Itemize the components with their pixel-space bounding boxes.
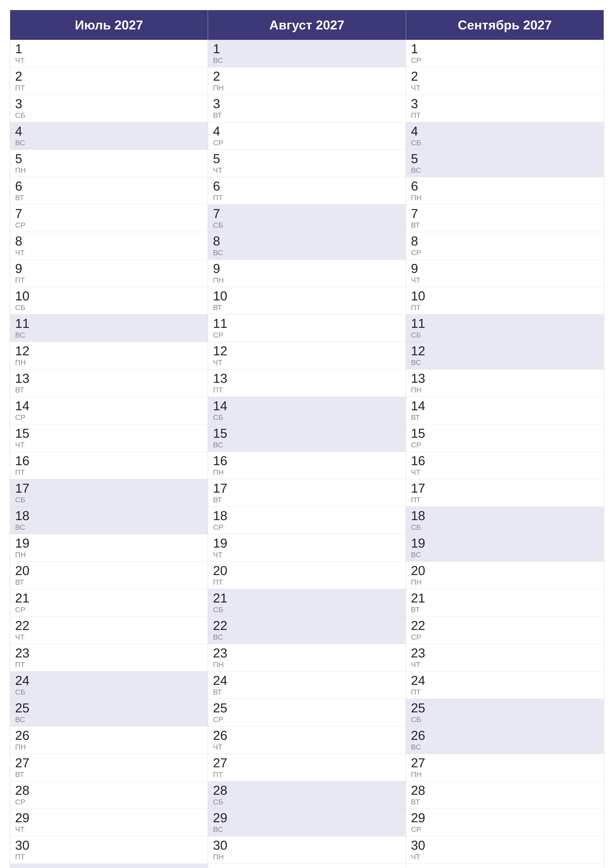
day-row: 26ПН [10,727,208,754]
day-info: 31СБ [15,866,30,868]
day-name: ВТ [213,111,222,119]
day-row: 1ЧТ [10,40,208,67]
days-column-august: 1ВС2ПН3ВТ4СР5ЧТ6ПТ7СБ8ВС9ПН10ВТ11СР12ЧТ1… [208,40,406,868]
day-number: 28 [213,784,227,797]
day-name: ПН [411,770,422,779]
day-name: ЧТ [15,633,25,641]
day-row: 23ПТ [10,644,208,671]
day-number: 30 [213,839,227,852]
day-name: ЧТ [15,825,25,834]
day-number: 19 [213,537,227,550]
month-header-august: Август 2027 [208,10,406,40]
day-info: 16ЧТ [411,454,425,477]
day-number: 22 [213,619,227,632]
days-column-july: 1ЧТ2ПТ3СБ4ВС5ПН6ВТ7СР8ЧТ9ПТ10СБ11ВС12ПН1… [10,40,208,868]
day-name: ВС [15,523,25,532]
day-number: 26 [15,729,30,742]
day-number: 6 [411,180,418,192]
day-info: 17СБ [15,482,30,504]
day-name: СБ [411,715,421,724]
day-info: 15ВС [213,427,227,449]
day-info: 4СБ [411,125,421,147]
day-row: 16ПН [208,452,406,479]
day-row: 31ВТ [208,864,406,868]
day-name: ПТ [15,468,25,477]
day-number: 23 [213,646,227,659]
day-name: СР [213,139,223,147]
day-info: 16ПТ [15,454,30,477]
day-number: 5 [411,152,418,165]
day-number: 4 [213,125,220,138]
day-info: 13ВТ [15,372,30,394]
day-number: 2 [213,70,220,83]
day-number: 8 [411,234,418,248]
day-info: 27ВТ [15,756,30,779]
day-row: 6ВТ [10,177,208,205]
day-name: ПТ [15,660,25,669]
day-info: 13ПТ [213,372,227,394]
calendar-container: Июль 2027Август 2027Сентябрь 20271ЧТ2ПТ3… [0,0,614,868]
day-number: 23 [15,646,30,659]
day-row: 28СБ [208,781,406,809]
day-name: ВТ [15,770,24,779]
day-name: ВС [411,550,421,559]
day-number: 3 [411,97,418,110]
day-info: 3СБ [15,97,25,119]
day-name: СБ [213,413,223,422]
day-row: 7СБ [208,205,406,232]
day-number: 7 [411,207,418,220]
day-number: 9 [411,262,418,275]
day-name: ВС [15,715,25,724]
day-row: 29ЧТ [10,809,208,836]
day-number: 26 [213,729,227,742]
day-number: 4 [411,125,418,138]
day-number: 30 [411,839,425,852]
day-info: 13ПН [411,372,425,394]
day-number: 12 [411,344,425,357]
day-info: 19ЧТ [213,537,227,559]
day-number: 29 [213,811,227,824]
day-number: 10 [411,290,425,302]
day-number: 17 [411,482,425,494]
day-info: 12ЧТ [213,344,227,367]
day-info: 27ПТ [213,756,227,779]
day-info: 26ПН [15,729,30,751]
day-name: ВТ [15,386,24,394]
day-info: 21СБ [213,592,227,614]
day-number: 1 [15,42,22,55]
day-row: 10СБ [10,287,208,315]
day-info: 21СР [15,592,30,614]
day-name: СР [213,523,223,532]
day-number: 27 [213,756,227,769]
day-row: 3СБ [10,95,208,122]
day-number: 25 [411,702,425,715]
day-name: СР [15,606,25,614]
day-info: 4СР [213,125,223,147]
day-name: ПТ [213,194,223,202]
day-row: 2ЧТ [406,67,604,95]
day-info: 10ВТ [213,290,227,312]
day-row: 13ПН [406,369,604,397]
day-info: 7ВТ [411,207,420,229]
day-row: 12ЧТ [208,342,406,369]
calendar-grid: Июль 2027Август 2027Сентябрь 20271ЧТ2ПТ3… [10,10,604,868]
day-row: 23ПН [208,644,406,671]
day-info: 9ПН [213,262,224,284]
day-number: 14 [411,399,425,412]
day-row: 26ЧТ [208,727,406,754]
day-number: 20 [15,564,30,577]
day-info: 9ПТ [15,262,25,284]
day-row: 3ПТ [406,95,604,122]
day-info: 30ЧТ [411,839,425,861]
day-row: 13ВТ [10,369,208,397]
day-row: 27ПТ [208,754,406,781]
day-number: 24 [411,674,425,687]
day-name: ЧТ [411,852,420,861]
day-name: ВС [15,331,25,339]
day-number: 15 [411,427,425,440]
day-number: 11 [411,317,425,330]
day-number: 13 [15,372,30,385]
day-row: 1СР [406,40,604,67]
day-row: 27ВТ [10,754,208,781]
day-row: 4СБ [406,122,604,150]
